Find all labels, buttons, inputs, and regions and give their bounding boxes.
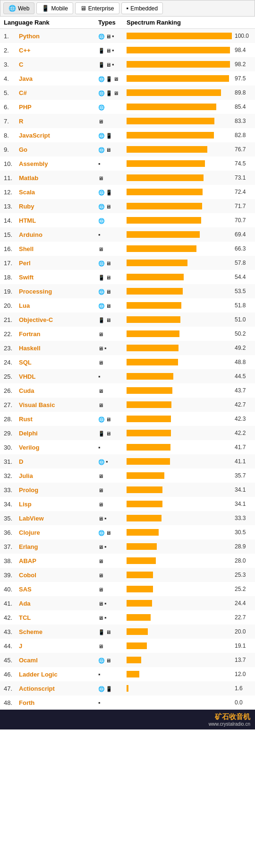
- enterprise-type-icon: [106, 61, 111, 68]
- bar-fill: [127, 245, 196, 252]
- bar-fill: [127, 217, 201, 224]
- bar-container: [127, 75, 232, 82]
- bar-fill: [127, 657, 141, 663]
- rank-number: 35.: [4, 515, 17, 522]
- rank-number: 34.: [4, 501, 17, 508]
- types-cell: [98, 245, 127, 252]
- mobile-type-icon: [98, 47, 105, 54]
- bar-fill: [127, 557, 156, 564]
- types-cell: [98, 302, 127, 309]
- rank-number: 30.: [4, 444, 17, 451]
- bar-fill: [127, 174, 204, 181]
- bar-fill: [127, 628, 148, 635]
- bar-container: [127, 486, 232, 493]
- table-row: 23. Haskell 49.2: [0, 341, 255, 355]
- tab-mobile-label: Mobile: [51, 5, 68, 12]
- bar-container: [127, 685, 232, 692]
- embedded-type-icon: [98, 671, 101, 678]
- bar-container: [127, 458, 232, 465]
- web-type-icon: [98, 302, 105, 309]
- rank-number: 11.: [4, 174, 17, 182]
- bar-fill: [127, 260, 187, 266]
- types-cell: [98, 174, 127, 182]
- web-type-icon: [98, 529, 105, 536]
- table-row: 10. Assembly 74.5: [0, 156, 255, 171]
- bar-container: [127, 416, 232, 422]
- score-value: 48.8: [235, 359, 251, 365]
- enterprise-type-icon: [98, 586, 103, 593]
- embedded-type-icon: [104, 543, 107, 550]
- rank-name-cell: 13. Ruby: [4, 203, 98, 210]
- rank-name-cell: 1. Python: [4, 33, 98, 40]
- bar-container: [127, 543, 232, 550]
- tab-enterprise-label: Enterprise: [88, 5, 114, 12]
- enterprise-type-icon: [98, 515, 103, 522]
- enterprise-type-icon: [98, 359, 103, 366]
- table-row: 36. Clojure 30.5: [0, 525, 255, 539]
- rank-name-cell: 48. Forth: [4, 699, 98, 706]
- table-row: 31. D 41.1: [0, 454, 255, 469]
- enterprise-type-icon: [106, 529, 111, 536]
- rank-name-cell: 42. TCL: [4, 614, 98, 621]
- web-icon: 🌐: [8, 5, 16, 12]
- score-value: 25.3: [235, 572, 251, 578]
- rank-number: 41.: [4, 600, 17, 607]
- bar-cell: 71.7: [127, 203, 251, 209]
- rank-number: 29.: [4, 430, 17, 437]
- rank-name-cell: 41. Ada: [4, 600, 98, 607]
- table-row: 28. Rust 42.3: [0, 412, 255, 426]
- tab-web[interactable]: 🌐 Web: [3, 2, 34, 14]
- types-cell: [98, 416, 127, 423]
- language-name: Prolog: [19, 486, 38, 494]
- bar-container: [127, 104, 232, 110]
- bar-fill: [127, 288, 183, 295]
- web-type-icon: [98, 260, 105, 267]
- types-cell: [98, 217, 127, 224]
- bar-fill: [127, 330, 179, 337]
- types-cell: [98, 160, 127, 167]
- types-cell: [98, 529, 127, 536]
- tab-mobile[interactable]: 📱 Mobile: [36, 2, 73, 14]
- bar-container: [127, 699, 232, 706]
- table-row: 26. Cuda 43.7: [0, 383, 255, 398]
- score-value: 44.5: [235, 373, 251, 380]
- score-value: 19.1: [235, 642, 251, 649]
- rank-name-cell: 37. Erlang: [4, 543, 98, 550]
- tab-embedded[interactable]: ▪ Embedded: [121, 2, 163, 14]
- table-row: 48. Forth 0.0: [0, 695, 255, 710]
- enterprise-type-icon: [106, 203, 111, 210]
- bar-cell: 53.5: [127, 288, 251, 295]
- enterprise-type-icon: [106, 430, 111, 437]
- rank-number: 37.: [4, 543, 17, 550]
- bar-cell: 28.0: [127, 557, 251, 564]
- rank-name-cell: 11. Matlab: [4, 174, 98, 182]
- language-name: Matlab: [19, 174, 38, 182]
- types-cell: [98, 628, 127, 635]
- rank-name-cell: 46. Ladder Logic: [4, 671, 98, 678]
- rank-name-cell: 20. Lua: [4, 302, 98, 309]
- rank-number: 6.: [4, 104, 17, 111]
- tab-enterprise[interactable]: 🖥 Enterprise: [75, 2, 119, 14]
- rank-number: 8.: [4, 132, 17, 139]
- web-type-icon: [98, 89, 105, 96]
- types-cell: [98, 132, 127, 139]
- rank-number: 5.: [4, 89, 17, 96]
- rank-name-cell: 18. Swift: [4, 274, 98, 281]
- bar-cell: 69.4: [127, 231, 251, 238]
- language-name: Haskell: [19, 345, 41, 352]
- types-cell: [98, 330, 127, 338]
- table-row: 11. Matlab 73.1: [0, 171, 255, 185]
- language-name: Verilog: [19, 444, 39, 451]
- bar-container: [127, 316, 232, 323]
- language-name: VHDL: [19, 373, 35, 380]
- table-row: 22. Fortran 50.2: [0, 327, 255, 341]
- bar-cell: 0.0: [127, 699, 251, 706]
- rank-name-cell: 25. VHDL: [4, 373, 98, 380]
- score-value: 76.7: [235, 146, 251, 153]
- rank-name-cell: 31. D: [4, 458, 98, 465]
- rank-number: 40.: [4, 586, 17, 593]
- bar-fill: [127, 401, 171, 408]
- score-value: 97.5: [235, 75, 251, 82]
- score-value: 33.3: [235, 515, 251, 521]
- types-cell: [98, 89, 127, 96]
